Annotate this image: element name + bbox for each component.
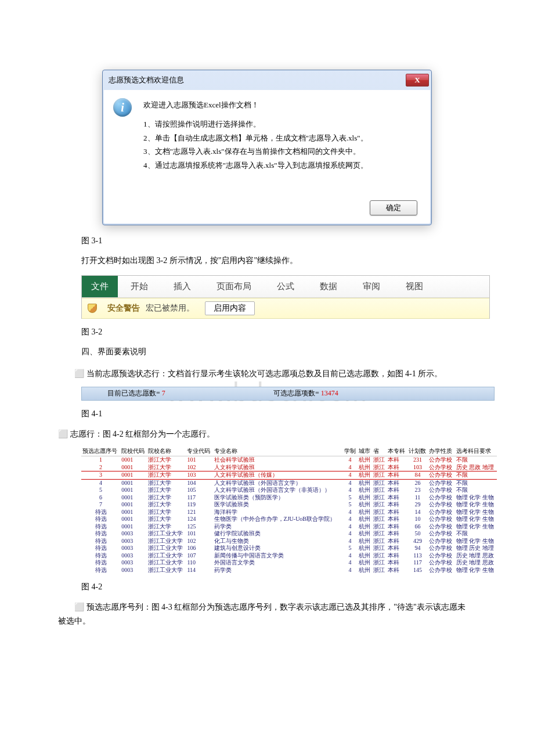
enable-content-button[interactable]: 启用内容	[205, 301, 255, 315]
table-row[interactable]: 待选0001浙江大学124生物医学（中外合作办学，ZJU-UoB联合学院）4杭州…	[81, 516, 497, 523]
table-cell: 84	[407, 471, 428, 480]
table-cell: 本科	[387, 530, 407, 538]
table-cell: 105	[186, 487, 212, 494]
table-cell: 浙江大学	[147, 523, 186, 531]
table-cell: 浙江	[372, 559, 387, 567]
table-row[interactable]: 30001浙江大学103人文科学试验班（传媒）4杭州浙江本科84公办学校不限	[81, 471, 497, 480]
table-cell: 浙江大学	[147, 471, 186, 480]
table-row[interactable]: 待选0001浙江大学121海洋科学4杭州浙江本科14公办学校物理 化学 生物	[81, 509, 497, 516]
table-cell: 0001	[120, 479, 147, 487]
table-cell: 杭州	[358, 487, 372, 494]
table-cell: 102	[186, 538, 212, 545]
table-cell: 4	[343, 487, 358, 494]
table-row[interactable]: 50001浙江大学105人文科学试验班（外国语言文学（非英语））4杭州浙江本科2…	[81, 487, 497, 494]
tab-home[interactable]: 开始	[118, 276, 161, 297]
table-cell: 公办学校	[428, 567, 454, 574]
table-cell: 浙江	[372, 538, 387, 545]
table-cell: 本科	[387, 471, 407, 480]
table-cell: 浙江	[372, 516, 387, 523]
table-cell: 4	[343, 538, 358, 545]
table-cell: 浙江	[372, 479, 387, 487]
table-cell: 0001	[120, 487, 147, 494]
table-cell: 10	[407, 516, 428, 523]
table-cell: 人文科学试验班（外国语言文学）	[213, 479, 343, 487]
table-row[interactable]: 待选0003浙江工业大学107新闻传播与中国语言文学类4杭州浙江本科113公办学…	[81, 552, 497, 560]
table-cell: 4	[343, 471, 358, 480]
table-cell: 物理 化学 生物	[455, 501, 497, 509]
table-cell: 公办学校	[428, 523, 454, 531]
table-row[interactable]: 待选0003浙江工业大学114药学类4杭州浙江本科145公办学校物理 化学 生物	[81, 567, 497, 574]
table-cell: 104	[186, 479, 212, 487]
table-cell: 浙江	[372, 509, 387, 516]
table-cell: 3	[81, 471, 120, 480]
table-cell: 0001	[120, 456, 147, 464]
selected-count: 7	[162, 389, 165, 397]
table-cell: 124	[186, 516, 212, 523]
tab-data[interactable]: 数据	[307, 276, 350, 297]
table-row[interactable]: 待选0003浙江工业大学106建筑与创意设计类5杭州浙江本科94公办学校物理 历…	[81, 545, 497, 552]
table-cell: 待选	[81, 530, 120, 538]
welcome-dialog: 志愿预选文档欢迎信息 X i 欢迎进入志愿预选Excel操作文档！ 1、请按照操…	[102, 70, 432, 225]
dialog-body: i 欢迎进入志愿预选Excel操作文档！ 1、请按照操作说明进行选择操作。 2、…	[104, 90, 430, 224]
tab-insert[interactable]: 插入	[161, 276, 204, 297]
figure-caption: 图 3-1	[81, 236, 476, 246]
table-cell: 浙江	[372, 494, 387, 502]
table-cell: 0001	[120, 501, 147, 509]
table-row[interactable]: 70001浙江大学119医学试验班类5杭州浙江本科29公办学校物理 化学 生物	[81, 501, 497, 509]
table-cell: 待选	[81, 538, 120, 545]
table-cell: 66	[407, 523, 428, 531]
tab-formula[interactable]: 公式	[264, 276, 307, 297]
status-total: 可选志愿项数= 13474	[273, 388, 494, 398]
table-cell: 114	[186, 567, 212, 574]
table-cell: 物理 化学 生物	[455, 538, 497, 545]
table-cell: 0001	[120, 464, 147, 471]
table-cell: 历史 地理 思政	[455, 559, 497, 567]
table-row[interactable]: 待选0003浙江工业大学101健行学院试验班类4杭州浙江本科50公办学校不限	[81, 530, 497, 538]
table-cell: 社会科学试验班	[213, 456, 343, 464]
table-cell: 公办学校	[428, 559, 454, 567]
table-cell: 物理 化学 生物	[455, 567, 497, 574]
paragraph: ⬜ 预选志愿序号列：图 4-3 红框部分为预选志愿序号列，数字表示该志愿已选及其…	[58, 600, 476, 628]
table-cell: 0001	[120, 509, 147, 516]
table-cell: 11	[407, 494, 428, 502]
table-cell: 浙江	[372, 545, 387, 552]
table-cell: 浙江	[372, 487, 387, 494]
table-cell: 23	[407, 487, 428, 494]
table-row[interactable]: 40001浙江大学104人文科学试验班（外国语言文学）4杭州浙江本科26公办学校…	[81, 479, 497, 487]
table-cell: 7	[81, 501, 120, 509]
tab-review[interactable]: 审阅	[350, 276, 393, 297]
table-cell: 公办学校	[428, 538, 454, 545]
table-row[interactable]: 待选0003浙江工业大学110外国语言文学类4杭州浙江本科117公办学校历史 地…	[81, 559, 497, 567]
ok-button[interactable]: 确定	[370, 200, 417, 215]
table-row[interactable]: 待选0003浙江工业大学102化工与生物类4杭州浙江本科429公办学校物理 化学…	[81, 538, 497, 545]
table-row[interactable]: 60001浙江大学117医学试验班类（预防医学）5杭州浙江本科11公办学校物理 …	[81, 494, 497, 502]
table-col-header: 计划数	[407, 447, 428, 456]
table-cell: 4	[343, 559, 358, 567]
table-cell: 231	[407, 456, 428, 464]
paragraph: 打开文档时如出现图 3-2 所示情况，按"启用内容"继续操作。	[81, 254, 476, 267]
status-row: 目前已选志愿数= 7 可选志愿项数= 13474	[81, 387, 495, 401]
table-cell: 杭州	[358, 530, 372, 538]
table-cell: 5	[81, 487, 120, 494]
table-cell: 浙江工业大学	[147, 530, 186, 538]
table-cell: 公办学校	[428, 456, 454, 464]
table-col-header: 选考科目要求	[455, 447, 497, 456]
table-cell: 本科	[387, 479, 407, 487]
table-cell: 人文科学试验班（外国语言文学（非英语））	[213, 487, 343, 494]
table-cell: 119	[186, 501, 212, 509]
tab-layout[interactable]: 页面布局	[204, 276, 264, 297]
close-button[interactable]: X	[406, 74, 429, 87]
dialog-line: 4、通过志愿填报系统将"志愿导入表.xls"导入到志愿填报系统网页。	[143, 159, 368, 172]
figure-caption: 图 4-1	[81, 409, 476, 419]
tab-view[interactable]: 视图	[393, 276, 436, 297]
table-cell: 杭州	[358, 516, 372, 523]
table-cell: 浙江工业大学	[147, 545, 186, 552]
table-row[interactable]: 20001浙江大学102人文科学试验班4杭州浙江本科103公办学校历史 思政 地…	[81, 464, 497, 471]
table-col-header: 专业代码	[186, 447, 212, 456]
table-row[interactable]: 10001浙江大学101社会科学试验班4杭州浙江本科231公办学校不限	[81, 456, 497, 464]
table-row[interactable]: 待选0001浙江大学125药学类4杭州浙江本科66公办学校物理 化学 生物	[81, 523, 497, 531]
table-cell: 0003	[120, 552, 147, 560]
table-cell: 杭州	[358, 552, 372, 560]
tab-file[interactable]: 文件	[82, 276, 118, 297]
table-cell: 103	[407, 464, 428, 471]
